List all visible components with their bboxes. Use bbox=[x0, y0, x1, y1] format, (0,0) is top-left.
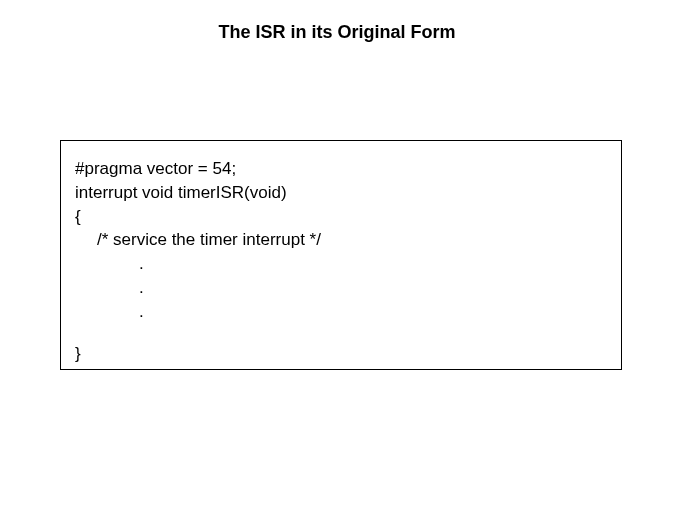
code-line-dot: . bbox=[75, 252, 607, 276]
code-line-dot: . bbox=[75, 276, 607, 300]
code-line-dot: . bbox=[75, 300, 607, 324]
code-line-comment: /* service the timer interrupt */ bbox=[75, 228, 607, 252]
slide-title: The ISR in its Original Form bbox=[0, 0, 674, 43]
code-line-close-brace: } bbox=[75, 342, 607, 366]
code-line-open-brace: { bbox=[75, 205, 607, 229]
code-listing: #pragma vector = 54; interrupt void time… bbox=[60, 140, 622, 370]
code-line-pragma: #pragma vector = 54; bbox=[75, 157, 607, 181]
code-line-signature: interrupt void timerISR(void) bbox=[75, 181, 607, 205]
